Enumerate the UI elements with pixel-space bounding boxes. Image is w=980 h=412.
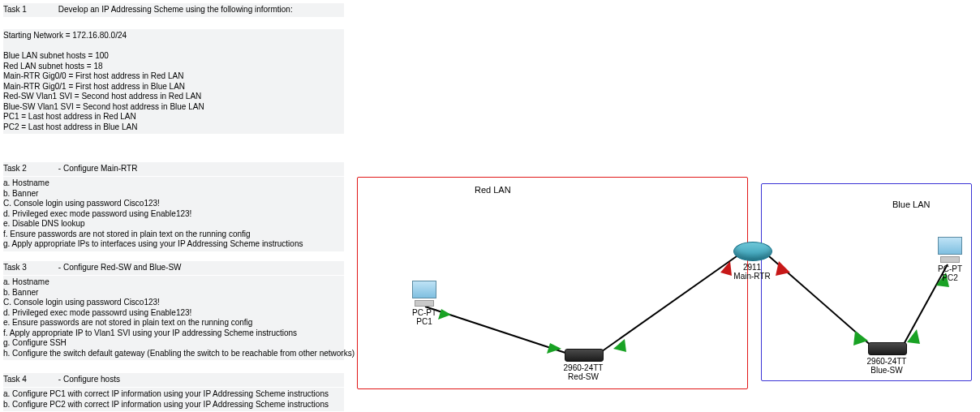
- task2-header: Task 2 - Configure Main-RTR: [3, 162, 344, 176]
- switch-icon[interactable]: [868, 342, 905, 355]
- pc1-label: PC-PT PC1: [406, 308, 443, 326]
- task1-body: Starting Network = 172.16.80.0/24 Blue L…: [3, 29, 344, 134]
- task3-body: a. Hostname b. Banner C. Console login u…: [3, 276, 344, 360]
- network-diagram: Red LAN Blue LAN PC-PT PC1 2960: [357, 177, 974, 412]
- svg-marker-10: [907, 329, 920, 344]
- svg-line-3: [599, 256, 737, 354]
- pc-icon[interactable]: [936, 237, 964, 263]
- link-lines: [357, 177, 974, 412]
- task1-header: Task 1 Develop an IP Addressing Scheme u…: [3, 3, 344, 17]
- task3-header: Task 3 - Configure Red-SW and Blue-SW: [3, 261, 344, 275]
- svg-marker-8: [853, 331, 868, 345]
- switch-icon[interactable]: [565, 349, 602, 362]
- task4-header: Task 4 - Configure hosts: [3, 373, 344, 387]
- blue-sw-label: 2960-24TT Blue-SW: [860, 357, 913, 375]
- main-rtr-label: 2911 Main-RTR: [729, 263, 776, 281]
- task2-body: a. Hostname b. Banner C. Console login u…: [3, 177, 344, 251]
- red-sw-label: 2960-24TT Red-SW: [557, 363, 610, 381]
- task4-body: a. Configure PC1 with correct IP informa…: [3, 388, 344, 411]
- page-root: Task 1 Develop an IP Addressing Scheme u…: [0, 0, 980, 412]
- pc-icon[interactable]: [410, 281, 438, 307]
- svg-marker-2: [547, 343, 561, 354]
- pc2-label: PC-PT PC2: [931, 264, 969, 282]
- router-icon[interactable]: [733, 242, 771, 261]
